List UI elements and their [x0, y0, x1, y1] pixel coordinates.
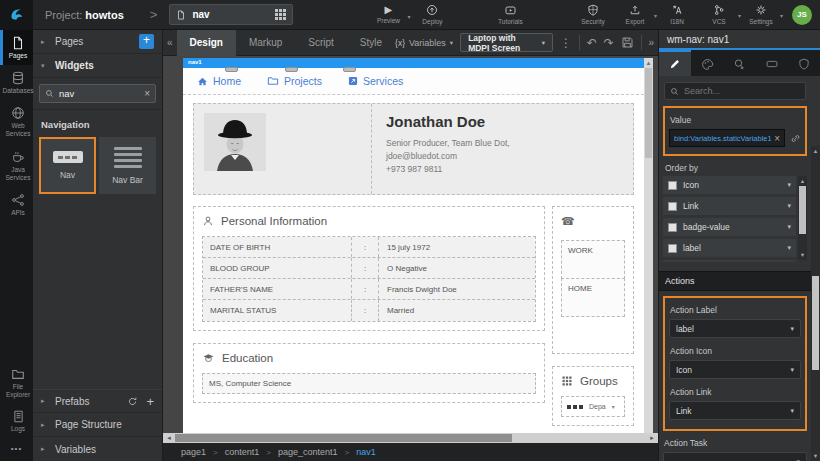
personal-info-table[interactable]: DATE OF BIRTH : 15 july 1972 BLOOD GROUP… — [202, 236, 536, 322]
chevron-down-icon[interactable]: ▾ — [787, 244, 791, 252]
tab-security[interactable] — [788, 50, 820, 76]
tab-style[interactable] — [691, 50, 723, 76]
sidebar-item-pages[interactable]: Pages — [0, 30, 33, 65]
scroll-up-icon[interactable]: ▲ — [813, 146, 818, 156]
action-task-select[interactable]: ▾ — [663, 452, 807, 461]
canvas-nav-services[interactable]: Services — [348, 75, 403, 87]
bind-link-icon[interactable] — [790, 133, 801, 144]
order-by-item[interactable]: badge-value ▾ — [663, 218, 796, 236]
widget-tile-nav-bar[interactable]: Nav Bar — [99, 137, 156, 194]
scrollbar-thumb[interactable] — [645, 68, 652, 158]
order-by-item[interactable]: Icon ▾ — [663, 176, 796, 194]
order-by-scrollbar[interactable]: ▲ ▼ — [798, 176, 807, 260]
order-by-item-partial[interactable] — [663, 260, 796, 262]
checkbox[interactable] — [668, 223, 677, 232]
settings-button[interactable]: Settings ▾ — [746, 4, 776, 25]
scroll-up-icon[interactable]: ▲ — [800, 176, 805, 186]
refresh-icon[interactable] — [127, 396, 138, 407]
add-prefab-icon[interactable]: + — [146, 394, 154, 409]
save-icon[interactable] — [621, 36, 634, 49]
checkbox[interactable] — [668, 181, 677, 190]
groups-card[interactable]: Groups Depa ▾ — [552, 366, 634, 426]
tab-markup[interactable]: Markup — [236, 30, 295, 56]
drag-handle[interactable] — [343, 67, 356, 72]
sidebar-item-file-explorer[interactable]: File Explorer — [0, 361, 33, 404]
scroll-down-icon[interactable]: ▼ — [813, 451, 818, 461]
page-name-input[interactable] — [192, 9, 252, 20]
sidebar-item-logs[interactable]: Logs — [0, 404, 33, 438]
selected-widget-bar[interactable]: nav1 — [183, 58, 644, 68]
sidebar-item-java-services[interactable]: Java Services — [0, 144, 33, 187]
chevron-down-icon[interactable]: ▾ — [780, 12, 783, 19]
canvas-nav-projects[interactable]: Projects — [267, 75, 322, 87]
action-icon-select[interactable]: Icon ▾ — [669, 360, 801, 379]
drag-handle[interactable] — [225, 67, 238, 72]
profile-phone[interactable]: +973 987 9811 — [386, 163, 619, 176]
deploy-button[interactable]: Deploy — [417, 4, 447, 25]
chevron-down-icon[interactable]: ▾ — [407, 13, 410, 20]
property-search-input[interactable] — [684, 86, 784, 96]
page-structure-section-header[interactable]: ▸ Page Structure — [33, 413, 162, 437]
contact-card[interactable]: ☎ WORK HOME — [552, 206, 634, 354]
collapse-panel-icon[interactable]: « — [163, 37, 177, 48]
property-search-box[interactable] — [664, 82, 806, 100]
tab-events[interactable] — [723, 50, 755, 76]
i18n-button[interactable]: I18N — [662, 4, 692, 25]
profile-email[interactable]: jdoe@bluedot.com — [386, 150, 619, 163]
table-row[interactable]: MARITAL STATUS : Married — [203, 300, 535, 321]
undo-icon[interactable]: ↶ — [587, 36, 597, 50]
scroll-right-icon[interactable]: ▸ — [646, 434, 658, 442]
order-by-item[interactable]: label ▾ — [663, 239, 796, 257]
kebab-menu-icon[interactable]: ⋮ — [560, 36, 572, 50]
redo-icon[interactable]: ↷ — [604, 36, 614, 50]
widget-tile-nav[interactable]: Nav — [39, 137, 96, 194]
tab-script[interactable]: Script — [295, 30, 347, 56]
breadcrumb-item[interactable]: page1 — [181, 447, 206, 457]
variables-section-header[interactable]: ▸ Variables — [33, 437, 162, 461]
scrollbar-thumb[interactable] — [799, 186, 806, 234]
checkbox[interactable] — [668, 202, 677, 211]
tab-style[interactable]: Style — [347, 30, 395, 56]
breadcrumb-item[interactable]: content1 — [225, 447, 260, 457]
export-button[interactable]: Export ▾ — [620, 4, 650, 25]
order-by-item[interactable]: Link ▾ — [663, 197, 796, 215]
chevron-down-icon[interactable]: ▾ — [787, 223, 791, 231]
chevron-down-icon[interactable]: ▾ — [787, 181, 791, 189]
widget-search-box[interactable]: × — [39, 84, 156, 103]
tab-properties[interactable] — [659, 50, 691, 76]
profile-card-widget[interactable]: Jonathan Doe Senior Producer, Team Blue … — [193, 103, 634, 195]
add-page-button[interactable]: + — [139, 34, 154, 49]
scrollbar-thumb[interactable] — [812, 276, 819, 371]
vcs-button[interactable]: VCS ▾ — [704, 4, 734, 25]
canvas-horizontal-scrollbar[interactable]: ◂ ▸ — [163, 433, 658, 443]
tutorials-button[interactable]: Tutorials — [495, 4, 525, 25]
wavemaker-logo-icon[interactable] — [0, 0, 33, 30]
inspector-scrollbar[interactable]: ▲ ▼ — [811, 146, 820, 461]
contact-work-box[interactable]: WORK — [561, 240, 625, 279]
prefabs-section-header[interactable]: ▸ Prefabs + — [33, 389, 162, 413]
more-options-icon[interactable]: ••• — [0, 438, 33, 461]
sidebar-item-apis[interactable]: APIs — [0, 187, 33, 222]
profile-name[interactable]: Jonathan Doe — [386, 113, 619, 130]
checkbox[interactable] — [668, 244, 677, 253]
education-card[interactable]: Education MS, Computer Science — [193, 343, 545, 403]
variables-dropdown[interactable]: {x} Variables ▾ — [395, 38, 453, 48]
canvas-vertical-scrollbar[interactable]: ▲ — [644, 58, 653, 433]
page-selector[interactable] — [169, 4, 293, 25]
breadcrumb-item[interactable]: page_content1 — [278, 447, 338, 457]
breadcrumb-item-current[interactable]: nav1 — [356, 447, 376, 457]
profile-text-cell[interactable]: Jonathan Doe Senior Producer, Team Blue … — [372, 104, 633, 194]
sidebar-item-databases[interactable]: Databases — [0, 65, 33, 100]
table-row[interactable]: BLOOD GROUP : O Negative — [203, 258, 535, 279]
canvas-nav-home[interactable]: Home — [197, 75, 241, 87]
binding-expression[interactable]: bind:Variables.staticVariable1.dataSet — [674, 134, 771, 143]
scroll-down-icon[interactable]: ▼ — [800, 250, 805, 260]
tab-device[interactable] — [756, 50, 788, 76]
scrollbar-thumb[interactable] — [175, 434, 512, 442]
personal-info-card[interactable]: Personal Information DATE OF BIRTH : 15 … — [193, 206, 545, 331]
education-row[interactable]: MS, Computer Science — [202, 373, 536, 394]
tab-design[interactable]: Design — [177, 30, 236, 56]
contact-home-box[interactable]: HOME — [561, 278, 625, 317]
chevron-down-icon[interactable]: ▾ — [654, 12, 657, 19]
page-grid-icon[interactable] — [275, 9, 286, 20]
